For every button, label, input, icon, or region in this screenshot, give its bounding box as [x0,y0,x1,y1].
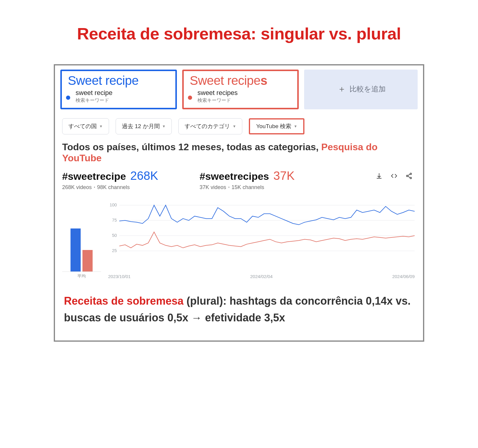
filter-row: すべての国▼ 過去 12 か月間▼ すべてのカテゴリ▼ YouTube 検索▼ [55,116,423,139]
series-dot-red [188,96,192,100]
x-tick-1: 2023/10/01 [108,274,131,279]
compare-term-1[interactable]: Sweet recipe sweet recipe 検索キーワード [60,70,177,109]
svg-point-1 [407,175,408,177]
compare-term-2[interactable]: Sweet recipes sweet recipes 検索キーワード [182,70,299,109]
compare-term-1-type: 検索キーワード [76,97,171,104]
x-axis-ticks: 2023/10/01 2024/02/04 2024/06/09 [107,272,416,279]
svg-text:75: 75 [112,218,117,223]
svg-point-2 [410,177,412,179]
hashtag-1-count: 268K [130,169,158,182]
compare-term-2-keyword: sweet recipes [197,89,292,97]
filter-category[interactable]: すべてのカテゴリ▼ [178,118,242,134]
add-comparison-button[interactable]: ＋ 比較を追加 [304,70,418,109]
hashtag-block-2: #sweetrecipes 37K 37K videos・15K channel… [200,169,325,191]
trends-panel: Sweet recipe sweet recipe 検索キーワード Sweet … [54,64,424,342]
svg-text:25: 25 [112,248,117,253]
x-tick-3: 2024/06/09 [392,274,415,279]
filter-source[interactable]: YouTube 検索▼ [249,118,304,134]
hashtag-2-name: #sweetrecipes [200,171,269,182]
compare-row: Sweet recipe sweet recipe 検索キーワード Sweet … [55,65,423,116]
hashtag-block-1: #sweetrecipe 268K 268K videos・98K channe… [62,169,188,191]
download-icon[interactable] [375,172,383,180]
hashtag-2-count: 37K [273,169,295,182]
hashtag-1-name: #sweetrecipe [62,171,126,182]
share-icon[interactable] [405,172,413,180]
avg-label: 平均 [62,274,101,279]
svg-point-0 [410,173,412,175]
context-line: Todos os países, últimos 12 meses, todas… [55,139,423,168]
page-title: Receita de sobremesa: singular vs. plura… [54,24,424,43]
chevron-down-icon: ▼ [294,124,297,128]
average-bars: 平均 [62,218,101,279]
svg-text:50: 50 [112,233,117,238]
compare-term-1-keyword: sweet recipe [76,89,171,97]
hashtag-2-sub: 37K videos・15K channels [200,184,325,191]
series-dot-blue [66,96,70,100]
plus-icon: ＋ [338,83,346,95]
hashtag-1-sub: 268K videos・98K channels [62,184,188,191]
conclusion-text: Receitas de sobremesa (plural): hashtags… [55,282,423,340]
chevron-down-icon: ▼ [99,124,103,128]
embed-icon[interactable] [390,172,398,180]
hashtag-row: #sweetrecipe 268K 268K videos・98K channe… [55,168,423,191]
line-chart: 255075100 2023/10/01 2024/02/04 2024/06/… [107,203,416,279]
avg-bar-red [82,250,93,271]
chevron-down-icon: ▼ [162,124,166,128]
compare-term-2-display: Sweet recipes [190,74,292,87]
chart-toolbar [375,169,416,180]
svg-text:100: 100 [110,203,117,207]
chevron-down-icon: ▼ [232,124,236,128]
compare-term-1-display: Sweet recipe [68,74,171,87]
compare-term-2-type: 検索キーワード [197,97,292,104]
add-comparison-label: 比較を追加 [350,84,386,94]
avg-bar-blue [71,228,81,271]
chart-area: 平均 255075100 2023/10/01 2024/02/04 2024/… [55,191,423,282]
x-tick-2: 2024/02/04 [250,274,272,279]
filter-region[interactable]: すべての国▼ [62,118,109,134]
filter-range[interactable]: 過去 12 か月間▼ [116,118,172,134]
